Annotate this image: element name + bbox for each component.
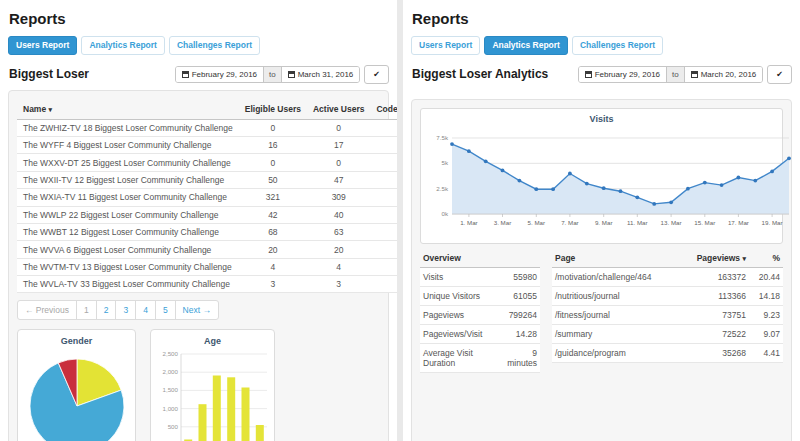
tab-challenges-report[interactable]: Challenges Report <box>572 36 663 55</box>
column-header-percent: % <box>749 249 783 268</box>
date-from-value: February 29, 2016 <box>192 70 257 79</box>
value-cell: 0 <box>307 119 371 136</box>
pagination-page-2[interactable]: 2 <box>96 301 116 318</box>
date-to-button[interactable]: March 31, 2016 <box>282 67 360 82</box>
challenge-name-cell: The WVLA-TV 33 Biggest Loser Community C… <box>17 276 239 293</box>
table-row: Pageviews/Visit14.28 <box>420 324 540 343</box>
table-row: The WXIA-TV 11 Biggest Loser Community C… <box>17 189 397 206</box>
gender-chart-title: Gender <box>21 336 132 346</box>
analytics-well: Visits 0k2.5k5k7.5k1. Mar3. Mar5. Mar7. … <box>411 99 792 441</box>
metric-label: Average Visit Duration <box>420 343 500 372</box>
page-title: Reports <box>412 10 792 27</box>
value-cell: 0 <box>370 154 397 171</box>
pagination-page-3[interactable]: 3 <box>115 301 135 318</box>
value-cell: 14.18 <box>749 286 783 305</box>
svg-text:1,000: 1,000 <box>163 404 179 411</box>
date-from-button[interactable]: February 29, 2016 <box>579 67 666 82</box>
value-cell: 9.07 <box>749 324 783 343</box>
apply-date-button[interactable]: ✔ <box>767 65 792 84</box>
value-cell: 17 <box>307 137 371 154</box>
table-row: The WWLP 22 Biggest Loser Community Chal… <box>17 206 397 223</box>
gender-chart-card: Gender <box>17 329 136 441</box>
table-row: The WVLA-TV 33 Biggest Loser Community C… <box>17 276 397 293</box>
visits-chart-title: Visits <box>425 114 778 124</box>
svg-text:17. Mar: 17. Mar <box>728 219 749 226</box>
date-to-button[interactable]: March 20, 2016 <box>685 67 763 82</box>
calendar-icon <box>288 71 295 78</box>
value-cell: 14 <box>370 171 397 188</box>
value-cell: 40 <box>307 206 371 223</box>
column-header-codes-created: Codes Created <box>370 99 397 120</box>
table-row: /nutritious/journal11336614.18 <box>552 286 783 305</box>
pagination-page-1: 1 <box>76 301 96 318</box>
tab-analytics-report[interactable]: Analytics Report <box>81 36 165 55</box>
svg-text:13. Mar: 13. Mar <box>661 219 682 226</box>
date-range-group: February 29, 2016 to March 31, 2016 <box>175 66 361 83</box>
table-row: The WVTM-TV 13 Biggest Loser Community C… <box>17 258 397 275</box>
column-header-eligible-users: Eligible Users <box>239 99 307 120</box>
date-to-value: March 20, 2016 <box>701 70 757 79</box>
challenge-name-cell: The WXII-TV 12 Biggest Loser Community C… <box>17 171 239 188</box>
metric-value: 9 minutes <box>500 343 540 372</box>
date-range-to-label: to <box>263 67 282 82</box>
apply-date-button[interactable]: ✔ <box>364 65 389 84</box>
column-header-active-users: Active Users <box>307 99 371 120</box>
tab-users-report[interactable]: Users Report <box>8 36 77 55</box>
svg-text:2.5k: 2.5k <box>436 184 449 191</box>
age-bar-chart: 05001,0001,5002,0002,500 <box>153 348 272 441</box>
challenge-name-cell: The WWBT 12 Biggest Loser Community Chal… <box>17 223 239 240</box>
metric-label: Visits <box>420 267 500 286</box>
column-header-name[interactable]: Name ▾ <box>17 99 239 120</box>
calendar-icon <box>691 71 698 78</box>
page-path-cell: /fitness/journal <box>552 305 694 324</box>
value-cell: 122 <box>370 189 397 206</box>
sort-caret-icon: ▾ <box>49 106 53 113</box>
pagination-next[interactable]: Next → <box>175 301 218 318</box>
value-cell: 0 <box>307 154 371 171</box>
overview-header: Overview <box>420 249 540 268</box>
value-cell: 113366 <box>694 286 749 305</box>
table-row: The WXII-TV 12 Biggest Loser Community C… <box>17 171 397 188</box>
table-row: /motivation/challenge/46416337220.44 <box>552 267 783 286</box>
value-cell: 0 <box>239 119 307 136</box>
pagination: ← Previous12345Next → <box>17 300 219 319</box>
value-cell: 20 <box>307 241 371 258</box>
value-cell: 4 <box>370 276 397 293</box>
tab-users-report[interactable]: Users Report <box>411 36 480 55</box>
column-header-pageviews[interactable]: Pageviews ▾ <box>694 249 749 268</box>
table-header-row: Overview <box>420 249 540 268</box>
table-row: The WXXV-DT 25 Biggest Loser Community C… <box>17 154 397 171</box>
svg-text:11. Mar: 11. Mar <box>627 219 648 226</box>
section-header-row: Biggest Loser February 29, 2016 to March… <box>8 65 389 84</box>
svg-text:0k: 0k <box>441 210 448 217</box>
table-row: Visits55980 <box>420 267 540 286</box>
age-chart-card: Age 05001,0001,5002,0002,500 <box>150 329 275 441</box>
value-cell: 321 <box>239 189 307 206</box>
value-cell: 35268 <box>694 343 749 362</box>
pagination-page-4[interactable]: 4 <box>135 301 155 318</box>
svg-text:5k: 5k <box>441 159 448 166</box>
section-header-row: Biggest Loser Analytics February 29, 201… <box>411 65 792 84</box>
challenge-name-cell: The WVVA 6 Biggest Loser Community Chall… <box>17 241 239 258</box>
gender-pie-chart <box>21 348 133 441</box>
value-cell: 4 <box>239 258 307 275</box>
page-title: Reports <box>9 10 389 27</box>
table-row: Unique Visitors61055 <box>420 286 540 305</box>
overview-table: Overview Visits55980Unique Visitors61055… <box>420 249 540 373</box>
date-from-button[interactable]: February 29, 2016 <box>176 67 263 82</box>
svg-text:1,500: 1,500 <box>163 386 179 393</box>
tab-challenges-report[interactable]: Challenges Report <box>169 36 260 55</box>
value-cell: 42 <box>370 223 397 240</box>
value-cell: 4 <box>307 258 371 275</box>
table-row: The WVVA 6 Biggest Loser Community Chall… <box>17 241 397 258</box>
pagination-previous: ← Previous <box>18 301 76 318</box>
pagination-page-5[interactable]: 5 <box>155 301 175 318</box>
page-path-cell: /motivation/challenge/464 <box>552 267 694 286</box>
section-title: Biggest Loser <box>9 67 89 81</box>
tab-analytics-report[interactable]: Analytics Report <box>484 36 568 55</box>
challenge-name-cell: The WVTM-TV 13 Biggest Loser Community C… <box>17 258 239 275</box>
value-cell: 3 <box>239 276 307 293</box>
value-cell: 0 <box>239 154 307 171</box>
value-cell: 4 <box>370 258 397 275</box>
report-tabs: Users ReportAnalytics ReportChallenges R… <box>411 36 792 55</box>
